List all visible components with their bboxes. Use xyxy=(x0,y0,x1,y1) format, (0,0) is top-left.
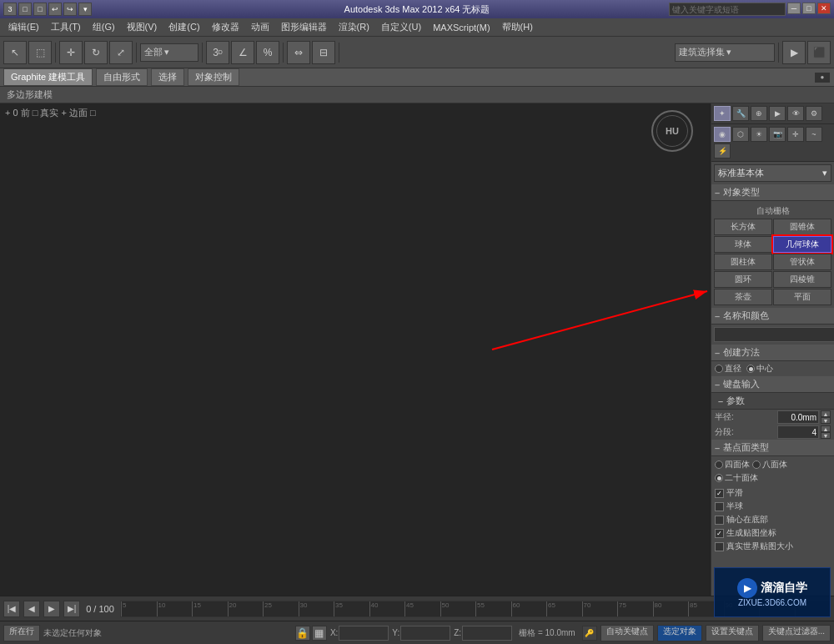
menu-customize[interactable]: 自定义(U) xyxy=(376,19,426,35)
rotate-tool[interactable]: ↻ xyxy=(84,41,108,64)
box-btn[interactable]: 长方体 xyxy=(714,219,772,235)
graphite-tab-main[interactable]: Graphite 建模工具 xyxy=(3,68,93,86)
modify-panel-icon[interactable]: 🔧 xyxy=(732,106,749,121)
scale-tool[interactable]: ⤢ xyxy=(109,41,133,64)
timeline-start-btn[interactable]: |◀ xyxy=(3,601,20,617)
radius-up[interactable]: ▲ xyxy=(821,410,831,417)
real-world-checkbox-row[interactable]: 真实世界贴图大小 xyxy=(711,540,834,553)
lock-icon[interactable]: 🔒 xyxy=(295,626,310,641)
segments-spinner[interactable]: ▲ ▼ xyxy=(821,425,831,439)
shape-icon[interactable]: ⬡ xyxy=(732,127,749,142)
timeline-prev-btn[interactable]: ◀ xyxy=(23,601,40,617)
menu-render[interactable]: 渲染(R) xyxy=(334,19,374,35)
center-radio[interactable]: 中心 xyxy=(746,363,773,375)
icosahedron-radio[interactable]: 二十面体 xyxy=(715,472,758,484)
graphite-tab-object[interactable]: 对象控制 xyxy=(188,68,239,86)
helper-icon[interactable]: ✛ xyxy=(787,127,804,142)
viewport[interactable]: + 0 前 □ 真实 + 边面 □ HU xyxy=(0,103,711,596)
auto-key-btn[interactable]: 自动关键点 xyxy=(600,625,654,641)
maximize-button[interactable]: □ xyxy=(802,3,816,14)
quick-access-new[interactable]: □ xyxy=(18,3,32,16)
quick-access-open[interactable]: □ xyxy=(33,3,47,16)
quick-render[interactable]: ⬛ xyxy=(807,41,831,64)
quick-access-redo[interactable]: ↪ xyxy=(63,3,77,16)
close-button[interactable]: ✕ xyxy=(817,3,831,14)
percent-snap[interactable]: % xyxy=(256,41,279,64)
light-icon[interactable]: ☀ xyxy=(751,127,767,142)
sphere-btn[interactable]: 球体 xyxy=(714,236,772,253)
teapot-btn[interactable]: 茶壶 xyxy=(714,289,772,305)
smooth-checkbox[interactable]: ✓ xyxy=(715,489,724,498)
menu-modifiers[interactable]: 修改器 xyxy=(207,19,244,35)
object-name-input[interactable] xyxy=(714,327,834,342)
octahedron-radio[interactable]: 八面体 xyxy=(752,459,787,470)
coord-y-input[interactable] xyxy=(400,626,450,641)
coord-x-input[interactable] xyxy=(339,626,389,641)
menu-help[interactable]: 帮助(H) xyxy=(497,19,538,35)
segments-input[interactable] xyxy=(777,425,819,439)
radius-down[interactable]: ▼ xyxy=(821,417,831,424)
geometry-icon[interactable]: ◉ xyxy=(714,127,731,142)
selected-lock-btn[interactable]: 选定对象 xyxy=(657,625,702,641)
menu-view[interactable]: 视图(V) xyxy=(122,19,163,35)
motion-panel-icon[interactable]: ▶ xyxy=(769,106,786,121)
radius-spinner[interactable]: ▲ ▼ xyxy=(821,410,831,424)
menu-edit[interactable]: 编辑(E) xyxy=(3,19,44,35)
coord-z-input[interactable] xyxy=(462,626,512,641)
cylinder-btn[interactable]: 圆柱体 xyxy=(714,254,772,270)
menu-create[interactable]: 创建(C) xyxy=(163,19,204,35)
geosphere-btn[interactable]: 几何球体 xyxy=(773,236,831,253)
search-input[interactable] xyxy=(669,3,786,16)
timeline-play-btn[interactable]: ▶ xyxy=(43,601,60,617)
utilities-panel-icon[interactable]: ⚙ xyxy=(806,106,822,121)
cone-btn[interactable]: 圆锥体 xyxy=(773,219,831,235)
hemisphere-checkbox[interactable] xyxy=(715,502,724,511)
graphite-tab-freeform[interactable]: 自由形式 xyxy=(96,68,148,86)
tetrahedron-radio[interactable]: 四面体 xyxy=(715,459,750,470)
quick-access-more[interactable]: ▾ xyxy=(78,3,92,16)
key-filter-btn[interactable]: 关键点过滤器... xyxy=(762,625,831,641)
angle-snap[interactable]: ∠ xyxy=(231,41,254,64)
segments-up[interactable]: ▲ xyxy=(821,425,831,432)
mirror[interactable]: ⇔ xyxy=(287,41,310,64)
named-selection-dropdown[interactable]: 建筑选择集 ▾ xyxy=(675,43,775,62)
systems-icon[interactable]: ⚡ xyxy=(714,143,731,158)
create-panel-icon[interactable]: ✦ xyxy=(714,106,731,121)
display-panel-icon[interactable]: 👁 xyxy=(787,106,804,121)
select-region[interactable]: ⬚ xyxy=(28,41,52,64)
menu-graph-editor[interactable]: 图形编辑器 xyxy=(276,19,332,35)
hierarchy-panel-icon[interactable]: ⊕ xyxy=(751,106,767,121)
snap-3d[interactable]: 3D xyxy=(206,41,229,64)
pivot-base-checkbox[interactable] xyxy=(715,516,724,525)
align[interactable]: ⊟ xyxy=(312,41,335,64)
menu-group[interactable]: 组(G) xyxy=(88,19,120,35)
diameter-radio[interactable]: 直径 xyxy=(715,363,741,375)
smooth-checkbox-row[interactable]: ✓ 平滑 xyxy=(711,486,834,500)
camera-icon[interactable]: 📷 xyxy=(769,127,786,142)
menu-animation[interactable]: 动画 xyxy=(246,19,274,35)
segments-down[interactable]: ▼ xyxy=(821,432,831,439)
gen-uvw-checkbox[interactable]: ✓ xyxy=(715,529,724,538)
select-tool[interactable]: ↖ xyxy=(3,41,27,64)
spacewarp-icon[interactable]: ~ xyxy=(806,127,822,142)
render-btn[interactable]: ▶ xyxy=(782,41,806,64)
timeline-next-btn[interactable]: ▶| xyxy=(63,601,80,617)
plane-btn[interactable]: 平面 xyxy=(773,289,831,305)
minimize-button[interactable]: ─ xyxy=(787,3,801,14)
tube-btn[interactable]: 管状体 xyxy=(773,254,831,270)
radius-input[interactable] xyxy=(777,410,819,424)
gen-uvw-checkbox-row[interactable]: ✓ 生成贴图坐标 xyxy=(711,526,834,540)
set-key-btn[interactable]: 设置关键点 xyxy=(706,625,759,641)
quick-access-undo[interactable]: ↩ xyxy=(48,3,62,16)
graphite-tab-selection[interactable]: 选择 xyxy=(151,68,184,86)
menu-maxscript[interactable]: MAXScript(M) xyxy=(428,21,495,34)
real-world-checkbox[interactable] xyxy=(715,542,724,551)
selection-filter-dropdown[interactable]: 全部 ▾ xyxy=(140,43,198,62)
standard-primitives-dropdown[interactable]: 标准基本体 ▾ xyxy=(714,164,831,182)
select-by-name[interactable]: ▦ xyxy=(312,626,327,641)
move-tool[interactable]: ✛ xyxy=(59,41,83,64)
pyramid-btn[interactable]: 四棱锥 xyxy=(773,271,831,288)
menu-tools[interactable]: 工具(T) xyxy=(46,19,86,35)
hemisphere-checkbox-row[interactable]: 半球 xyxy=(711,500,834,513)
pivot-base-checkbox-row[interactable]: 轴心在底部 xyxy=(711,513,834,526)
